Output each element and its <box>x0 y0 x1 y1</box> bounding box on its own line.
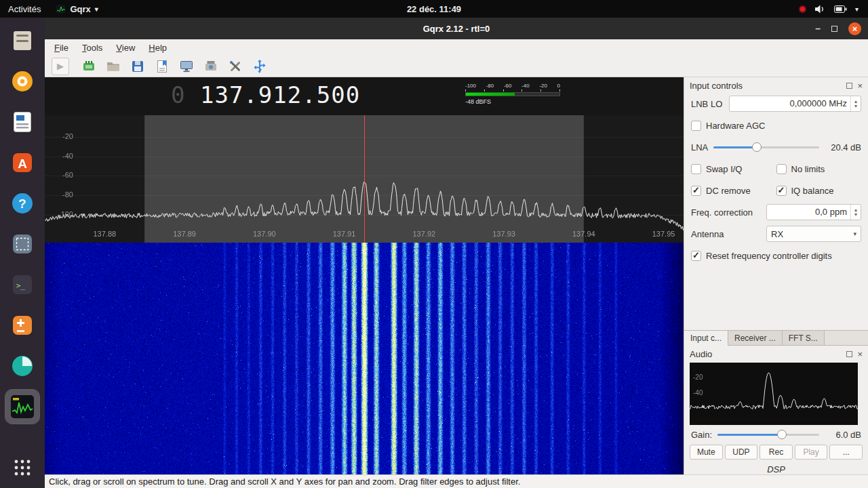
waterfall-canvas[interactable] <box>45 243 684 474</box>
audio-button[interactable]: UDP <box>725 445 758 460</box>
lna-slider[interactable] <box>713 142 819 152</box>
spectrum-canvas[interactable] <box>45 115 684 243</box>
fft-plot: -20 -40 -60 -80 -100 137.88 137.89 137.9… <box>45 115 684 243</box>
media-player-icon <box>10 69 35 94</box>
audio-button[interactable]: ... <box>829 445 863 460</box>
start-dsp-button[interactable]: ▶ <box>52 58 69 75</box>
audio-button[interactable]: Play <box>795 445 828 460</box>
dock-item-ubuntu-software[interactable]: A <box>5 146 39 180</box>
dock-item-terminal[interactable]: >_ <box>5 268 39 302</box>
window-titlebar[interactable]: Gqrx 2.12 - rtl=0 – × <box>45 18 868 39</box>
writer-icon <box>10 110 35 134</box>
menu-view[interactable]: View <box>116 43 135 53</box>
panel-close-icon[interactable]: × <box>857 83 863 89</box>
menu-bar: File Tools View Help <box>45 39 868 56</box>
meter-level <box>466 93 515 96</box>
display-icon <box>179 59 194 74</box>
pan-center-button[interactable] <box>251 58 269 75</box>
spectrum-freq-label: 137.92 <box>409 230 439 238</box>
menu-file[interactable]: File <box>54 43 68 53</box>
no-limits-label: No limits <box>791 164 825 174</box>
ubuntu-software-icon: A <box>10 150 35 175</box>
menu-help[interactable]: Help <box>149 43 167 53</box>
spectrum-db-label: -100 <box>50 210 73 218</box>
clock[interactable]: 22 déc. 11:49 <box>0 4 868 14</box>
hardware-agc-checkbox[interactable] <box>691 121 701 131</box>
recording-indicator-icon[interactable] <box>799 5 806 13</box>
input-controls-title: Input controls <box>690 81 846 91</box>
spectrum-db-label: -60 <box>50 171 73 179</box>
frequency-leading-zero: 0 <box>171 81 200 108</box>
save-file-button[interactable] <box>129 58 146 75</box>
panel-float-icon[interactable] <box>846 83 852 89</box>
tab-fft-settings[interactable]: FFT S... <box>783 331 825 346</box>
spectrum-db-label: -40 <box>50 152 73 160</box>
maximize-button[interactable] <box>831 26 837 32</box>
spin-down-icon[interactable]: ▾ <box>854 104 857 108</box>
dock-item-app-grid[interactable] <box>5 451 39 485</box>
io-devices-button[interactable] <box>80 58 98 75</box>
app-indicator-menu[interactable]: Gqrx ▾ <box>56 4 98 14</box>
dc-remove-checkbox[interactable] <box>691 186 701 196</box>
spectrum-freq-label: 137.95 <box>649 230 679 238</box>
app-grid-icon <box>12 458 33 478</box>
signal-meter: -100 -80 -60 -40 -20 0 -48 dBFS <box>465 83 560 105</box>
audio-button[interactable]: Rec <box>760 445 793 460</box>
spectrum-db-label: -20 <box>50 132 73 140</box>
swap-iq-checkbox[interactable] <box>691 164 701 174</box>
activities-button[interactable]: Activités <box>8 4 41 14</box>
lnb-lo-spinbox[interactable]: 0,000000 MHz ▴▾ <box>729 96 861 112</box>
antenna-label: Antenna <box>691 229 724 239</box>
panel-float-icon[interactable] <box>846 351 852 357</box>
no-limits-checkbox[interactable] <box>776 164 787 174</box>
menu-tools[interactable]: Tools <box>82 43 102 53</box>
minimize-button[interactable]: – <box>815 25 821 32</box>
gain-slider-handle[interactable] <box>777 430 787 439</box>
meter-scale-label: -80 <box>486 83 494 89</box>
dock-item-writer[interactable] <box>5 105 39 139</box>
lna-value: 20.4 dB <box>825 142 861 152</box>
meter-scale-label: -40 <box>521 83 530 89</box>
lna-slider-handle[interactable] <box>752 142 762 152</box>
dsp-display-area: 0 137.912.500 -100 -80 -60 -40 -20 0 -48… <box>45 77 684 474</box>
dock-item-screenshot-tool[interactable] <box>5 227 39 261</box>
tab-receiver-options[interactable]: Receiver ... <box>728 331 783 346</box>
battery-icon[interactable] <box>834 5 847 13</box>
move-arrows-icon <box>252 59 267 74</box>
freq-correction-spinbox[interactable]: 0,0 ppm ▴▾ <box>766 204 861 220</box>
frequency-display[interactable]: 0 137.912.500 <box>171 81 360 108</box>
software-updater-icon <box>10 313 35 338</box>
reset-digits-checkbox[interactable] <box>691 251 701 261</box>
bookmark-icon <box>155 59 170 74</box>
dsp-settings-button[interactable] <box>178 58 195 75</box>
dock-item-gqrx[interactable] <box>5 390 39 424</box>
audio-title: Audio <box>690 349 846 359</box>
volume-icon[interactable] <box>814 4 826 14</box>
dock-item-disk-usage[interactable] <box>5 349 39 383</box>
tools-button[interactable] <box>226 58 244 75</box>
system-menu-chevron-icon[interactable]: ▾ <box>855 5 859 13</box>
freq-correction-label: Freq. correction <box>691 207 753 218</box>
lna-label: LNA <box>691 142 708 152</box>
lnb-lo-value: 0,000000 MHz <box>730 96 850 111</box>
dock-item-help[interactable]: ? <box>5 186 39 220</box>
svg-text:>_: >_ <box>16 281 26 290</box>
iq-record-button[interactable] <box>202 58 220 75</box>
tab-input-controls[interactable]: Input c... <box>684 331 728 346</box>
panel-close-icon[interactable]: × <box>857 351 863 357</box>
audio-button[interactable]: Mute <box>690 445 723 460</box>
audio-buttons: Mute UDP Rec Play ... <box>690 445 863 460</box>
gain-slider[interactable] <box>717 429 819 440</box>
spin-down-icon[interactable]: ▾ <box>854 212 857 217</box>
dock-item-media-player[interactable] <box>5 64 39 98</box>
dock-item-software-updater[interactable] <box>5 308 39 342</box>
iq-balance-checkbox[interactable] <box>776 186 787 196</box>
window-title: Gqrx 2.12 - rtl=0 <box>423 24 490 34</box>
bookmarks-button[interactable] <box>153 58 171 75</box>
meter-scale-label: -100 <box>465 83 476 89</box>
dock-item-files[interactable] <box>5 24 39 58</box>
save-icon <box>130 59 145 74</box>
antenna-combobox[interactable]: RX ▾ <box>766 226 861 242</box>
open-file-button[interactable] <box>104 58 122 75</box>
close-button[interactable]: × <box>848 22 861 35</box>
